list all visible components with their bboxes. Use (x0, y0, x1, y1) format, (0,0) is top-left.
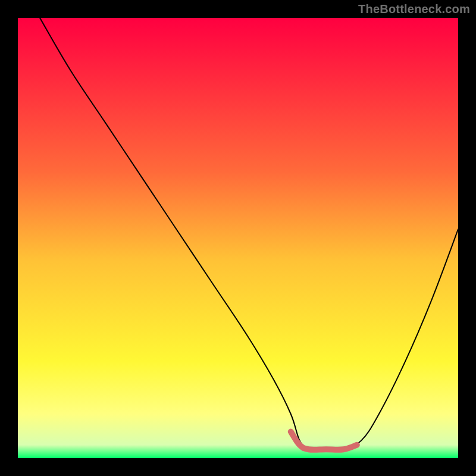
chart-stage: TheBottleneck.com (0, 0, 476, 476)
bottleneck-chart (0, 0, 476, 476)
chart-plot-area (18, 18, 458, 458)
watermark-text: TheBottleneck.com (358, 2, 470, 16)
